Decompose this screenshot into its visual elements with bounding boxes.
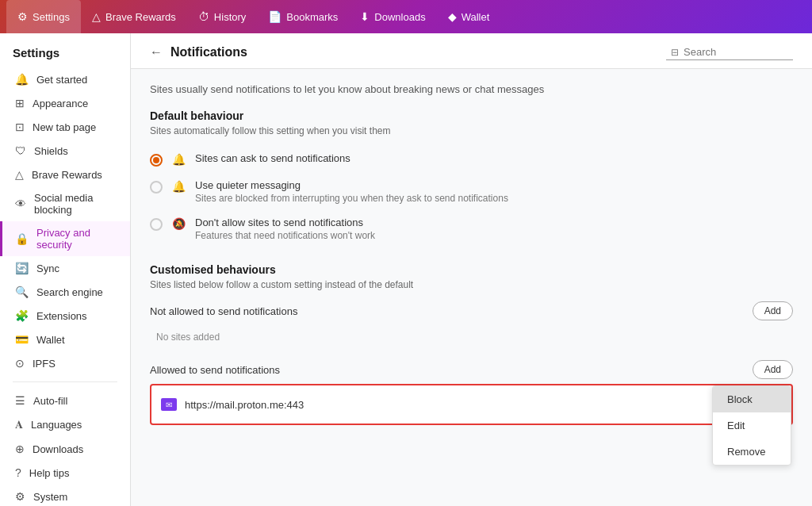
- site-icon: ✉: [161, 398, 177, 411]
- sidebar-item-help-tips-label: Help tips: [29, 467, 70, 479]
- default-behaviour-subtext: Sites automatically follow this setting …: [150, 125, 793, 136]
- sidebar-item-auto-fill-label: Auto-fill: [33, 395, 67, 407]
- wallet-icon: ◆: [448, 10, 457, 23]
- content-header-left: ← Notifications: [150, 45, 247, 59]
- context-menu-item-block[interactable]: Block: [713, 386, 791, 412]
- nav-history-label: History: [214, 11, 246, 23]
- ipfs-icon: ⊙: [15, 357, 25, 370]
- radio-quieter[interactable]: [150, 181, 163, 194]
- sidebar-item-brave-rewards-label: Brave Rewards: [32, 169, 102, 181]
- back-button[interactable]: ←: [150, 45, 163, 59]
- sidebar-item-social-media[interactable]: 👁 Social media blocking: [0, 186, 130, 221]
- wallet-sidebar-icon: 💳: [15, 333, 29, 346]
- allowed-add-button[interactable]: Add: [753, 360, 793, 379]
- sidebar-item-wallet[interactable]: 💳 Wallet: [0, 328, 130, 351]
- page-title: Notifications: [170, 45, 247, 59]
- content-header: ← Notifications ⊟: [131, 33, 812, 69]
- radio-ask[interactable]: [150, 154, 163, 167]
- nav-item-brave-rewards[interactable]: △ Brave Rewards: [81, 0, 187, 33]
- sidebar-item-languages[interactable]: 𝐀 Languages: [0, 412, 130, 437]
- radio-block-label: Don't allow sites to send notifications …: [195, 217, 375, 241]
- sidebar-item-privacy[interactable]: 🔒 Privacy and security: [0, 221, 130, 256]
- sidebar-item-search-engine[interactable]: 🔍 Search engine: [0, 280, 130, 304]
- allowed-label: Allowed to send notifications: [150, 364, 280, 376]
- context-menu-item-edit[interactable]: Edit: [713, 412, 791, 439]
- sidebar-item-sync[interactable]: 🔄 Sync: [0, 256, 130, 280]
- sidebar-item-system[interactable]: ⚙ System: [0, 485, 130, 506]
- site-row: ✉ https://mail.proton.me:443 Block Edit …: [150, 384, 793, 425]
- nav-item-downloads[interactable]: ⬇ Downloads: [349, 0, 436, 33]
- customised-heading: Customised behaviours: [150, 263, 793, 276]
- not-allowed-add-button[interactable]: Add: [753, 301, 793, 320]
- allowed-block: Allowed to send notifications Add ✉ http…: [150, 360, 793, 425]
- sidebar-item-extensions-label: Extensions: [36, 310, 87, 322]
- sidebar-item-ipfs-label: IPFS: [33, 358, 56, 370]
- extensions-icon: 🧩: [15, 309, 29, 322]
- not-allowed-header: Not allowed to send notifications Add: [150, 301, 793, 320]
- social-media-icon: 👁: [15, 197, 26, 210]
- sidebar-item-new-tab[interactable]: ⊡ New tab page: [0, 115, 130, 139]
- radio-quieter-main: Use quieter messaging: [195, 179, 508, 191]
- default-behaviour-heading: Default behaviour: [150, 109, 793, 122]
- customised-behaviours-section: Customised behaviours Sites listed below…: [150, 263, 793, 425]
- customised-subtext: Sites listed below follow a custom setti…: [150, 279, 793, 290]
- auto-fill-icon: ☰: [15, 394, 25, 407]
- nav-item-bookmarks[interactable]: 📄 Bookmarks: [257, 0, 349, 33]
- bookmarks-icon: 📄: [268, 10, 282, 23]
- context-menu: Block Edit Remove: [712, 385, 791, 466]
- radio-quieter-sub: Sites are blocked from interrupting you …: [195, 193, 508, 204]
- sidebar-item-auto-fill[interactable]: ☰ Auto-fill: [0, 389, 130, 412]
- sidebar-item-new-tab-label: New tab page: [33, 121, 96, 133]
- radio-option-quieter: 🔔 Use quieter messaging Sites are blocke…: [150, 173, 793, 210]
- search-engine-icon: 🔍: [15, 286, 29, 298]
- downloads-icon: ⬇: [360, 10, 370, 23]
- sidebar-item-ipfs[interactable]: ⊙ IPFS: [0, 351, 130, 375]
- nav-item-settings[interactable]: ⚙ Settings: [6, 0, 81, 33]
- downloads-sidebar-icon: ⊕: [15, 443, 25, 455]
- radio-block[interactable]: [150, 218, 163, 231]
- languages-icon: 𝐀: [15, 418, 23, 431]
- search-input[interactable]: [684, 46, 787, 58]
- radio-ask-main: Sites can ask to send notifications: [195, 152, 350, 164]
- top-navigation: ⚙ Settings △ Brave Rewards ⏱ History 📄 B…: [0, 0, 812, 33]
- brave-rewards-sidebar-icon: △: [15, 168, 24, 181]
- new-tab-icon: ⊡: [15, 121, 25, 133]
- help-tips-icon: ?: [15, 466, 21, 479]
- privacy-icon: 🔒: [15, 232, 29, 245]
- sidebar-item-downloads[interactable]: ⊕ Downloads: [0, 437, 130, 461]
- sidebar-item-wallet-label: Wallet: [36, 334, 65, 346]
- bell-slash-icon: 🔕: [172, 217, 186, 230]
- sidebar-item-get-started[interactable]: 🔔 Get started: [0, 67, 130, 91]
- shields-icon: 🛡: [15, 144, 26, 157]
- sidebar-item-brave-rewards[interactable]: △ Brave Rewards: [0, 163, 130, 186]
- content-area: ← Notifications ⊟ Sites usually send not…: [131, 33, 812, 506]
- radio-quieter-label: Use quieter messaging Sites are blocked …: [195, 179, 508, 204]
- sidebar-item-appearance[interactable]: ⊞ Appearance: [0, 91, 130, 115]
- sidebar-item-appearance-label: Appearance: [33, 98, 88, 109]
- context-menu-item-remove[interactable]: Remove: [713, 439, 791, 465]
- sidebar-item-shields-label: Shields: [34, 145, 68, 157]
- not-allowed-block: Not allowed to send notifications Add No…: [150, 301, 793, 349]
- sidebar-item-privacy-label: Privacy and security: [36, 227, 117, 251]
- nav-item-history[interactable]: ⏱ History: [187, 0, 257, 33]
- sidebar: Settings 🔔 Get started ⊞ Appearance ⊡ Ne…: [0, 33, 131, 506]
- sync-icon: 🔄: [15, 262, 29, 274]
- get-started-icon: 🔔: [15, 73, 29, 86]
- allowed-header: Allowed to send notifications Add: [150, 360, 793, 379]
- history-icon: ⏱: [198, 10, 209, 23]
- sidebar-item-search-engine-label: Search engine: [36, 286, 103, 298]
- no-sites-text: No sites added: [150, 325, 793, 349]
- radio-block-main: Don't allow sites to send notifications: [195, 217, 375, 228]
- sidebar-item-sync-label: Sync: [36, 263, 59, 274]
- sidebar-item-help-tips[interactable]: ? Help tips: [0, 461, 130, 485]
- main-layout: Settings 🔔 Get started ⊞ Appearance ⊡ Ne…: [0, 33, 812, 506]
- search-box: ⊟: [666, 44, 793, 60]
- sidebar-item-extensions[interactable]: 🧩 Extensions: [0, 304, 130, 328]
- nav-item-wallet[interactable]: ◆ Wallet: [437, 0, 501, 33]
- bell-icon-quieter: 🔔: [172, 180, 186, 193]
- nav-wallet-label: Wallet: [462, 11, 490, 23]
- sidebar-item-shields[interactable]: 🛡 Shields: [0, 139, 130, 163]
- nav-brave-rewards-label: Brave Rewards: [105, 11, 176, 23]
- site-url: https://mail.proton.me:443: [185, 399, 304, 411]
- settings-icon: ⚙: [17, 10, 28, 23]
